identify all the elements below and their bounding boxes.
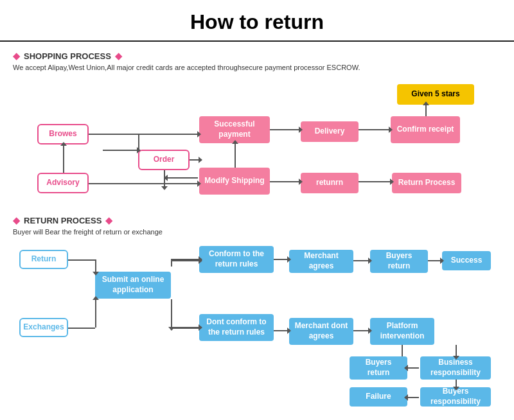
section2-subtext: Buyer will Bear the freight of return or…	[13, 228, 501, 236]
box-order: Order	[138, 150, 190, 170]
box-delivery: Delivery	[301, 121, 359, 142]
box-exchanges: Exchanges	[19, 318, 68, 337]
box-confirm-receipt: Confirm receipt	[391, 116, 460, 143]
section1-subtext: We accept Alipay,West Union,All major cr…	[13, 64, 501, 71]
box-success: Success	[442, 251, 491, 270]
box-advisory: Advisory	[37, 173, 89, 193]
box-buyers-return2: Buyers return	[350, 356, 407, 380]
box-given5stars: Given 5 stars	[397, 84, 474, 105]
box-successful-payment: Successful payment	[199, 116, 270, 143]
box-platform-intervention: Platform intervention	[370, 318, 434, 345]
box-merchant-agrees: Merchant agrees	[289, 250, 353, 273]
box-business-responsibility: Business responsibility	[420, 356, 491, 380]
section2-header: RETURN PROCESS	[24, 216, 102, 225]
box-merchant-dont-agrees: Merchant dont agrees	[289, 318, 353, 345]
box-submit-online: Submit an online application	[95, 272, 171, 299]
diamond-icon-right2: ◆	[105, 215, 112, 225]
box-returnm: retunrn	[301, 173, 359, 193]
box-conform-rules: Conform to the return rules	[199, 246, 274, 273]
diamond-icon-right1: ◆	[115, 51, 122, 61]
diamond-icon-left1: ◆	[13, 51, 20, 61]
box-dont-conform-rules: Dont conform to the return rules	[199, 314, 274, 341]
box-failure: Failure	[350, 387, 407, 407]
box-return: Return	[19, 250, 68, 269]
box-return-process: Return Process	[392, 173, 461, 193]
box-buyers-return1: Buyers return	[370, 250, 428, 273]
diamond-icon-left2: ◆	[13, 215, 20, 225]
section1-header: SHOPPING PROCESS	[24, 51, 111, 61]
box-modify-shipping: Modify Shipping	[199, 168, 270, 195]
page-title: How to return	[0, 0, 514, 42]
